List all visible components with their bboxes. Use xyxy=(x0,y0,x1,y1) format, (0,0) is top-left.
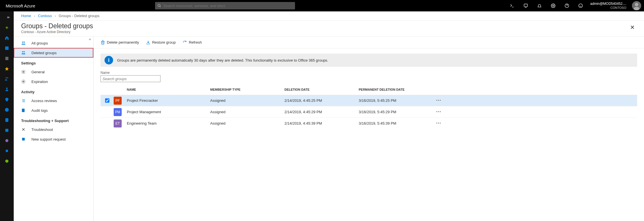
breadcrumb-home[interactable]: Home xyxy=(21,14,31,18)
search-box[interactable] xyxy=(155,2,295,9)
rail-resource-icon[interactable] xyxy=(0,95,14,104)
search-icon xyxy=(157,4,163,8)
col-deletion[interactable]: DELETION DATE xyxy=(284,88,359,91)
toolbar-label: Delete permanently xyxy=(107,40,139,44)
info-message: Groups are permanently deleted automatic… xyxy=(117,58,328,62)
filter-icon[interactable] xyxy=(519,0,533,11)
svg-rect-16 xyxy=(5,46,9,50)
nav-all-groups[interactable]: All groups xyxy=(14,38,93,48)
rail-storage-icon[interactable] xyxy=(0,125,14,135)
breadcrumb-current: Groups - Deleted groups xyxy=(59,14,99,18)
svg-rect-28 xyxy=(6,150,8,152)
svg-point-35 xyxy=(23,81,24,82)
page-subtitle: Contoso - Azure Active Directory xyxy=(21,30,93,34)
svg-point-34 xyxy=(23,71,24,72)
nav-access-reviews[interactable]: Access reviews xyxy=(14,96,93,106)
svg-point-22 xyxy=(7,77,8,78)
page-title: Groups - Deleted groups xyxy=(21,22,93,30)
rail-globe-icon[interactable] xyxy=(0,105,14,115)
support-icon xyxy=(21,137,29,141)
row-checkbox[interactable] xyxy=(101,98,114,103)
cloud-shell-icon[interactable] xyxy=(505,0,519,11)
col-membership[interactable]: MEMBERSHIP TYPE xyxy=(210,88,284,91)
row-avatar: ET xyxy=(114,119,127,127)
settings-icon[interactable] xyxy=(546,0,560,11)
refresh-button[interactable]: Refresh xyxy=(182,40,202,45)
nav-new-support-request[interactable]: New support request xyxy=(14,134,93,144)
rail-compute-icon[interactable] xyxy=(0,136,14,145)
filter-input[interactable] xyxy=(101,75,161,82)
nav-label: Expiration xyxy=(31,80,48,84)
left-nav: All groups Deleted groups Settings Gener… xyxy=(14,37,94,221)
svg-rect-40 xyxy=(22,138,25,140)
rail-dashboards-icon[interactable] xyxy=(0,43,14,53)
restore-group-button[interactable]: Restore group xyxy=(146,40,176,45)
rail-sql-icon[interactable] xyxy=(0,115,14,125)
row-more-icon[interactable]: ··· xyxy=(433,109,444,115)
row-name: Engineering Team xyxy=(127,121,210,125)
avatar[interactable] xyxy=(632,1,641,10)
svg-line-1 xyxy=(160,6,161,7)
rail-favorites-icon[interactable] xyxy=(0,64,14,74)
col-permanent[interactable]: PERMANENT DELETION DATE xyxy=(359,88,433,91)
col-name[interactable]: NAME xyxy=(127,88,210,91)
row-membership: Assigned xyxy=(210,98,284,103)
content: Delete permanently Restore group Refresh… xyxy=(94,37,644,221)
rail-home-icon[interactable] xyxy=(0,33,14,43)
row-permanent: 3/16/2019, 5:45:39 PM xyxy=(359,121,433,125)
rail-azure-ad-icon[interactable] xyxy=(0,74,14,84)
delete-permanently-button[interactable]: Delete permanently xyxy=(101,40,139,45)
row-permanent: 3/16/2019, 5:45:25 PM xyxy=(359,98,433,103)
table-row[interactable]: PFProject FirecrackerAssigned2/14/2019, … xyxy=(101,95,637,106)
search-input[interactable] xyxy=(163,4,293,8)
row-permanent: 3/16/2019, 5:45:29 PM xyxy=(359,110,433,114)
row-avatar: PF xyxy=(114,97,127,105)
nav-troubleshoot[interactable]: Troubleshoot xyxy=(14,125,93,134)
row-more-icon[interactable]: ··· xyxy=(433,98,444,104)
account-org: CONTOSO xyxy=(590,6,626,9)
svg-point-12 xyxy=(635,3,638,6)
nav-audit-logs[interactable]: Audit logs xyxy=(14,106,93,115)
help-icon[interactable] xyxy=(560,0,574,11)
svg-point-32 xyxy=(22,51,23,52)
nav-section-troubleshoot: Troubleshooting + Support xyxy=(14,115,93,125)
nav-label: Audit logs xyxy=(31,108,48,113)
rail-network-icon[interactable] xyxy=(0,146,14,156)
row-avatar: PM xyxy=(114,108,127,116)
rail-all-services-icon[interactable] xyxy=(0,54,14,63)
nav-section-settings: Settings xyxy=(14,58,93,67)
rail-user-icon[interactable] xyxy=(0,84,14,94)
nav-label: New support request xyxy=(31,137,66,141)
feedback-icon[interactable] xyxy=(574,0,587,11)
nav-label: All groups xyxy=(31,41,48,45)
row-deletion: 2/14/2019, 4:45:39 PM xyxy=(284,121,359,125)
rail-expand-icon[interactable] xyxy=(0,13,14,22)
table-row[interactable]: PMProject ManagementAssigned2/14/2019, 4… xyxy=(101,106,637,117)
collapse-toggle-icon[interactable] xyxy=(88,38,92,42)
account-info[interactable]: admin@MOD540452.... CONTOSO xyxy=(587,2,629,9)
breadcrumb-tenant[interactable]: Contoso xyxy=(38,14,52,18)
nav-general[interactable]: General xyxy=(14,67,93,77)
nav-expiration[interactable]: Expiration xyxy=(14,77,93,86)
svg-point-24 xyxy=(5,108,9,111)
row-name: Project Management xyxy=(127,110,210,114)
table-row[interactable]: ETEngineering TeamAssigned2/14/2019, 4:4… xyxy=(101,117,637,129)
row-more-icon[interactable]: ··· xyxy=(433,120,444,126)
close-blade-icon[interactable]: ✕ xyxy=(628,22,637,33)
nav-label: Troubleshoot xyxy=(31,127,53,132)
logs-icon xyxy=(21,108,29,113)
svg-point-30 xyxy=(22,42,23,43)
svg-rect-26 xyxy=(5,129,9,132)
workspace: Home › Contoso › Groups - Deleted groups… xyxy=(14,11,644,221)
nav-section-activity: Activity xyxy=(14,86,93,96)
row-membership: Assigned xyxy=(210,110,284,114)
rail-create-icon[interactable] xyxy=(0,23,14,33)
nav-deleted-groups[interactable]: Deleted groups xyxy=(14,48,93,58)
rail-devops-icon[interactable] xyxy=(0,156,14,166)
nav-label: General xyxy=(31,70,45,74)
notifications-icon[interactable] xyxy=(533,0,546,11)
svg-point-21 xyxy=(5,77,7,78)
toolbar: Delete permanently Restore group Refresh xyxy=(94,37,644,48)
page-header: Groups - Deleted groups Contoso - Azure … xyxy=(14,21,644,36)
svg-marker-20 xyxy=(5,67,9,70)
